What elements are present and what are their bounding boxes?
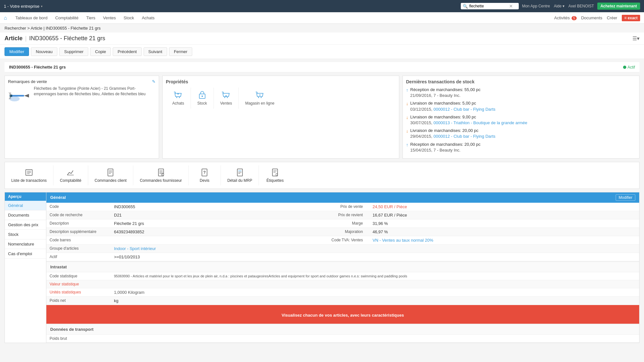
form-row-code-barres: Code barres Code TVA: Ventes VN - Ventes… <box>46 236 639 244</box>
sidebar-item-gestion-prix[interactable]: Gestion des prix <box>5 220 46 230</box>
stock-label: Stock <box>197 101 207 106</box>
supprimer-button[interactable]: Supprimer <box>59 47 88 56</box>
documents-link[interactable]: Documents <box>581 15 602 20</box>
svg-point-9 <box>179 97 180 98</box>
intrastat-form-table: Code statistique 95069990 - Articles et … <box>46 272 639 305</box>
nav-right: Activités 5 Documents Créer = exact <box>554 15 640 21</box>
trans-date-3: 30/07/2015, 0000013 - Triathlon - Boutiq… <box>410 120 527 125</box>
company-selector[interactable]: 1 - Votre entreprise ▾ <box>4 4 43 9</box>
trans-text-5: Réception de marchandises: 20,00 pc <box>410 142 480 147</box>
remarks-title: Remarques de vente <box>8 79 47 84</box>
sidebar-section-apercu: Aperçu <box>5 192 46 201</box>
code-tva-link[interactable]: VN - Ventes au taux normal 20% <box>373 238 433 243</box>
unites-label: Unités statistiques <box>46 288 111 296</box>
nav-tableaux-de-bord[interactable]: Tableaux de bord <box>12 13 52 23</box>
remarks-text: Fléchettes de Tungstène (Pointe Acier) -… <box>34 86 156 105</box>
trans-link-4[interactable]: 0000012 - Club bar - Flying Darts <box>433 134 495 139</box>
overlay-banner: Visualisez chacun de vos articles, avec … <box>46 305 639 324</box>
sidebar-item-general[interactable]: Général <box>5 201 46 210</box>
aide-link[interactable]: Aide ▾ <box>554 4 564 8</box>
prop-magasin[interactable]: Magasin en ligne <box>239 88 281 109</box>
trans-text-1: Réception de marchandises: 55,00 pc <box>410 87 480 92</box>
activites-link[interactable]: Activités 5 <box>554 15 577 20</box>
precedent-button[interactable]: Précédent <box>113 47 141 56</box>
nav-achats[interactable]: Achats <box>138 13 158 23</box>
trans-link-2[interactable]: 0000012 - Club bar - Flying Darts <box>433 107 495 112</box>
nav-tiers[interactable]: Tiers <box>82 13 99 23</box>
content-area: Aperçu Général Documents Gestion des pri… <box>5 192 639 343</box>
three-col-section: Remarques de vente ✎ <box>5 76 639 159</box>
exact-logo: = exact <box>622 15 640 21</box>
form-row-groupe: Groupe d'articles Indoor - Sport intérie… <box>46 244 639 253</box>
article-id-title: IND300655 - Fléchette 21 grs <box>29 35 105 42</box>
overlay-text: Visualisez chacun de vos articles, avec … <box>282 313 404 318</box>
trans-livraison-icon-4: ↓ <box>406 128 408 135</box>
copie-button[interactable]: Copie <box>90 47 111 56</box>
code-tva-value: VN - Ventes au taux normal 20% <box>369 236 639 244</box>
dart-svg <box>8 88 31 104</box>
tab-detail-mrp[interactable]: Détail du MRP <box>221 165 259 185</box>
prop-achats[interactable]: Achats <box>166 88 191 109</box>
nav-comptabilite[interactable]: Comptabilité <box>51 13 82 23</box>
article-info-row: IND300655 - Fléchette 21 grs Actif <box>5 62 639 72</box>
trans-item-4: ↓ Livraison de marchandises: 20,00 pc 29… <box>406 128 636 139</box>
edit-icon[interactable]: ✎ <box>152 79 156 84</box>
search-clear-icon[interactable]: ✕ <box>509 4 513 9</box>
code-barres-label: Code barres <box>46 236 111 244</box>
tab-detail-mrp-label: Détail du MRP <box>227 178 252 183</box>
page-actions-icon[interactable]: ☰▾ <box>632 35 639 42</box>
trans-date-5: 15/04/2015, 7 - Beauty Inc. <box>410 148 460 153</box>
sidebar-item-nomenclature[interactable]: Nomenclature <box>5 239 46 249</box>
prop-ventes[interactable]: Ventes <box>214 88 239 109</box>
search-input[interactable] <box>469 4 508 8</box>
form-row-description: Description Fléchette 21 grs Marge 31,96… <box>46 219 639 227</box>
remarks-content: Fléchettes de Tungstène (Pointe Acier) -… <box>8 86 156 105</box>
home-icon[interactable]: ⌂ <box>4 15 7 21</box>
sidebar-item-stock[interactable]: Stock <box>5 230 46 239</box>
tab-comptabilite[interactable]: Comptabilité <box>53 165 88 185</box>
code-tva-label: Code TVA: Ventes <box>305 236 369 244</box>
sidebar-item-cas-emploi[interactable]: Cas d'emploi <box>5 249 46 259</box>
tab-commandes-client[interactable]: Commandes client <box>88 165 133 185</box>
prix-revient-label: Prix de revient <box>305 211 369 219</box>
trans-item-3: ↓ Livraison de marchandises: 9,00 pc 30/… <box>406 114 636 126</box>
mon-app-centre-link[interactable]: Mon App Centre <box>522 4 550 8</box>
svg-point-14 <box>258 97 259 98</box>
search-box[interactable]: 🔍 ✕ <box>461 3 519 9</box>
achats-icon <box>174 91 183 100</box>
code-recherche-label: Code de recherche <box>46 211 111 219</box>
groupe-link[interactable]: Indoor - Sport intérieur <box>114 246 156 251</box>
groupe-value: Indoor - Sport intérieur <box>111 244 305 253</box>
section-modifier-button[interactable]: Modifier <box>616 194 635 201</box>
doc-fournisseur-icon: + <box>156 168 166 177</box>
trans-date-2: 03/12/2015, 0000012 - Club bar - Flying … <box>410 107 496 112</box>
suivant-button[interactable]: Suivant <box>144 47 167 56</box>
code-value: IND300655 <box>111 203 305 211</box>
prop-stock[interactable]: Stock <box>191 88 214 109</box>
creer-link[interactable]: Créer <box>607 15 617 20</box>
tab-devis[interactable]: ? Devis <box>189 165 221 185</box>
trans-text-3: Livraison de marchandises: 9,00 pc <box>410 115 476 119</box>
trans-text-4: Livraison de marchandises: 20,00 pc <box>410 128 478 133</box>
list-icon <box>24 168 33 177</box>
modifier-button[interactable]: Modifier <box>5 47 29 56</box>
trans-item-5: ↑ Réception de marchandises: 20,00 pc 15… <box>406 142 636 153</box>
intrastat-row-poids: Poids net kg <box>46 296 639 305</box>
tab-commandes-fournisseur[interactable]: + Commandes fournisseur <box>133 165 189 185</box>
trans-link-3[interactable]: 0000013 - Triathlon - Boutique de la gra… <box>433 120 527 125</box>
nav-stock[interactable]: Stock <box>120 13 138 23</box>
nouveau-button[interactable]: Nouveau <box>31 47 57 56</box>
poids-brut-label: Poids brut <box>46 335 111 343</box>
tab-etiquettes[interactable]: Étiquettes <box>259 165 291 185</box>
sidebar-item-documents[interactable]: Documents <box>5 210 46 220</box>
trans-reception-icon-5: ↑ <box>406 142 408 148</box>
fermer-button[interactable]: Fermer <box>169 47 192 56</box>
remarks-header: Remarques de vente ✎ <box>8 79 156 84</box>
nav-ventes[interactable]: Ventes <box>99 13 120 23</box>
nav-links: Tableaux de bord Comptabilité Tiers Vent… <box>12 13 158 23</box>
tab-liste-transactions[interactable]: Liste de transactions <box>5 165 53 185</box>
svg-point-8 <box>176 97 177 98</box>
desc-sup-value: 6439234893852 <box>111 227 305 236</box>
buy-now-button[interactable]: Achetez maintenant <box>597 3 640 10</box>
intrastat-row-code: Code statistique 95069990 - Articles et … <box>46 272 639 280</box>
